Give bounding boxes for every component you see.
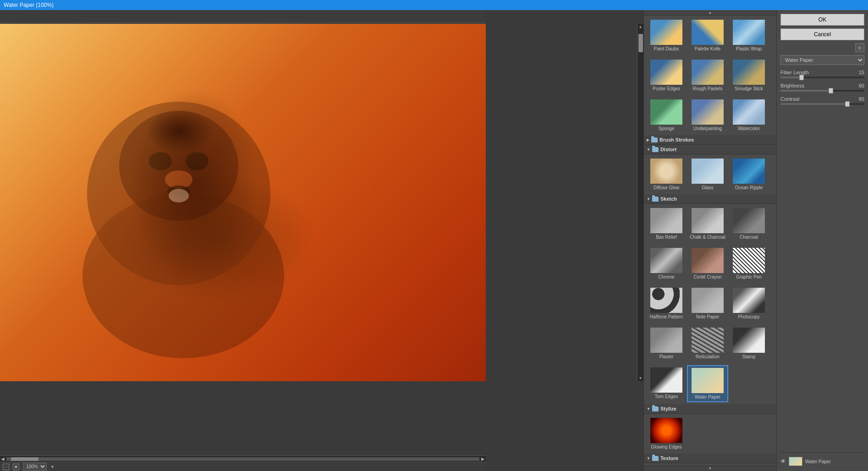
filter-charcoal[interactable]: Charcoal xyxy=(728,206,769,242)
thumb-plastic-wrap xyxy=(733,20,765,45)
svg-point-7 xyxy=(169,189,189,203)
fiber-length-label: Fiber Length xyxy=(780,70,809,75)
settings-icon-btn[interactable]: ≡ xyxy=(855,43,864,52)
settings-icon-row: ≡ xyxy=(780,43,864,52)
filter-graphic-pen[interactable]: Graphic Pen xyxy=(728,246,769,282)
thumb-photocopy xyxy=(733,288,765,313)
contrast-thumb[interactable] xyxy=(845,101,850,107)
thumb-ocean-ripple xyxy=(733,159,765,184)
texture-collapse-icon: ▼ xyxy=(647,456,650,460)
filter-conte-crayon[interactable]: Conté Crayon xyxy=(687,246,728,282)
thumb-diffuse-glow xyxy=(650,159,682,184)
brush-strokes-label: Brush Strokes xyxy=(659,137,694,142)
canvas-scrollbar-right[interactable]: ▲ ▼ xyxy=(637,24,643,381)
thumb-chalk-charcoal xyxy=(692,208,724,233)
section-texture[interactable]: ▼ Texture xyxy=(644,454,776,463)
horizontal-scroll-thumb[interactable] xyxy=(11,457,38,461)
artistic-grid-mid: Poster Edges Rough Pastels Smudge Stick xyxy=(644,55,776,95)
filter-craquelure[interactable]: Craquelure xyxy=(646,465,687,466)
filters-scroll-area[interactable]: Paint Daubs Palette Knife Plastic Wrap xyxy=(644,16,776,466)
label-plastic-wrap: Plastic Wrap xyxy=(736,46,762,51)
brightness-slider[interactable] xyxy=(780,90,864,92)
filter-water-paper[interactable]: Water Paper xyxy=(687,365,728,402)
filter-underpainting[interactable]: Underpainting xyxy=(687,97,728,133)
thumb-glowing-edges xyxy=(650,418,682,443)
thumb-bas-relief xyxy=(650,208,682,233)
section-brush-strokes[interactable]: ▶ Brush Strokes xyxy=(644,135,776,145)
filter-grain[interactable]: Grain xyxy=(687,465,728,466)
label-rough-pastels: Rough Pastels xyxy=(692,86,722,91)
filter-paint-daubs[interactable]: Paint Daubs xyxy=(646,17,687,54)
filter-glass[interactable]: Glass xyxy=(687,156,728,192)
filter-poster-edges[interactable]: Poster Edges xyxy=(646,57,687,93)
cancel-button[interactable]: Cancel xyxy=(780,28,864,40)
right-scroll-thumb[interactable] xyxy=(638,34,643,52)
section-sketch[interactable]: ▼ Sketch xyxy=(644,194,776,204)
filters-container: ▲ Paint Daubs Palette Knife Plasti xyxy=(644,10,776,471)
zoom-select[interactable]: 100% 50% 200% xyxy=(23,463,47,471)
filter-stamp[interactable]: Stamp xyxy=(728,325,769,361)
filters-top-arrow[interactable]: ▲ xyxy=(644,10,776,16)
brightness-label-row: Brightness 60 xyxy=(780,83,864,88)
fiber-length-track xyxy=(780,77,802,78)
label-watercolor: Watercolor xyxy=(738,126,760,131)
layer-eye-icon[interactable]: 👁 xyxy=(780,458,786,465)
brightness-value: 60 xyxy=(859,83,864,88)
filter-reticulation[interactable]: Reticulation xyxy=(687,325,728,361)
filter-chrome[interactable]: Chrome xyxy=(646,246,687,282)
filter-plastic-wrap[interactable]: Plastic Wrap xyxy=(728,17,769,54)
sketch-grid-2: Chrome Conté Crayon Graphic Pen xyxy=(644,244,776,284)
zoom-arrow[interactable]: ▼ xyxy=(50,465,55,469)
filter-ocean-ripple[interactable]: Ocean Ripple xyxy=(728,156,769,192)
stylize-label: Stylize xyxy=(660,406,676,411)
section-stylize[interactable]: ▼ Stylize xyxy=(644,404,776,414)
filter-note-paper[interactable]: Note Paper xyxy=(687,285,728,322)
section-distort[interactable]: ▼ Distort xyxy=(644,145,776,154)
filter-diffuse-glow[interactable]: Diffuse Glow xyxy=(646,156,687,192)
scroll-up-arrow[interactable]: ▲ xyxy=(637,25,643,29)
filter-palette-knife[interactable]: Palette Knife xyxy=(687,17,728,54)
filter-smudge-stick[interactable]: Smudge Stick xyxy=(728,57,769,93)
thumb-conte-crayon xyxy=(692,248,724,273)
sketch-grid-3: Halftone Pattern Note Paper Photocopy xyxy=(644,284,776,323)
sketch-grid-4: Plaster Reticulation Stamp xyxy=(644,323,776,363)
title-text: Water Paper (100%) xyxy=(4,2,54,8)
scroll-left-arrow[interactable]: ◀ xyxy=(1,456,5,461)
thumb-charcoal xyxy=(733,208,765,233)
label-water-paper: Water Paper xyxy=(695,394,720,400)
brush-strokes-folder-icon xyxy=(651,137,658,142)
canvas-icon-1[interactable]: □ xyxy=(3,464,9,470)
scroll-right-arrow[interactable]: ▶ xyxy=(481,456,485,461)
filter-halftone-pattern[interactable]: Halftone Pattern xyxy=(646,285,687,322)
filter-photocopy[interactable]: Photocopy xyxy=(728,285,769,322)
thumb-rough-pastels xyxy=(692,60,724,85)
contrast-slider[interactable] xyxy=(780,103,864,105)
filter-plaster[interactable]: Plaster xyxy=(646,325,687,361)
canvas-scrollbar-bottom[interactable]: ◀ ▶ xyxy=(0,455,486,462)
filter-bas-relief[interactable]: Bas Relief xyxy=(646,206,687,242)
canvas-icon-2[interactable]: ▣ xyxy=(13,464,19,470)
fiber-length-slider[interactable] xyxy=(780,77,864,78)
thumb-glass xyxy=(692,159,724,184)
fiber-length-thumb[interactable] xyxy=(799,75,804,80)
filter-dropdown[interactable]: Water Paper xyxy=(780,55,864,65)
filter-watercolor[interactable]: Watercolor xyxy=(728,97,769,133)
filter-rough-pastels[interactable]: Rough Pastels xyxy=(687,57,728,93)
label-chalk-charcoal: Chalk & Charcoal xyxy=(690,235,725,240)
ok-button[interactable]: OK xyxy=(780,14,864,26)
layer-item-water-paper[interactable]: 👁 Water Paper xyxy=(780,455,864,467)
filters-bottom-arrow[interactable]: ▼ xyxy=(644,466,776,471)
filter-sponge[interactable]: Sponge xyxy=(646,97,687,133)
filter-chalk-charcoal[interactable]: Chalk & Charcoal xyxy=(687,206,728,242)
thumb-underpainting xyxy=(692,99,724,125)
scroll-down-arrow[interactable]: ▼ xyxy=(637,376,643,380)
label-chrome: Chrome xyxy=(658,274,675,279)
distort-label: Distort xyxy=(660,147,676,152)
label-smudge-stick: Smudge Stick xyxy=(735,86,763,91)
label-conte-crayon: Conté Crayon xyxy=(693,274,722,279)
brightness-thumb[interactable] xyxy=(829,88,833,93)
filter-torn-edges[interactable]: Torn Edges xyxy=(646,365,687,402)
stylize-collapse-icon: ▼ xyxy=(647,407,650,411)
filter-mosaic-tiles[interactable]: Mosaic Tiles xyxy=(728,465,769,466)
filter-glowing-edges[interactable]: Glowing Edges xyxy=(646,416,687,452)
